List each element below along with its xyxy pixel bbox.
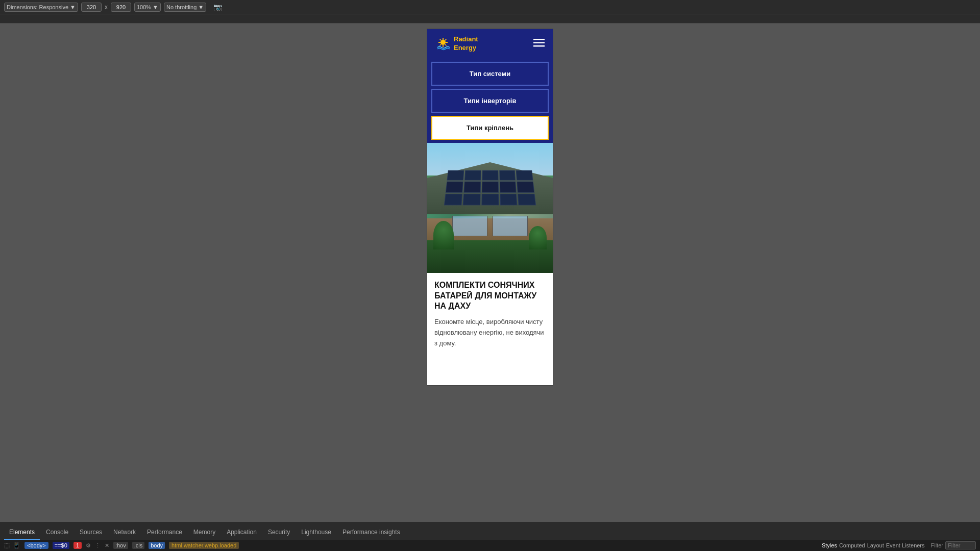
hov-button[interactable]: :hov [113,542,128,549]
devtools-toolbar: Dimensions: Responsive ▼ x 100% ▼ No thr… [0,0,980,14]
tab-console[interactable]: Console [41,525,74,540]
svg-line-8 [440,44,442,45]
logo-icon [435,36,451,52]
svg-rect-9 [533,39,545,40]
height-input[interactable] [111,3,131,12]
throttle-selector[interactable]: No throttling ▼ [164,3,206,12]
status-icons: ⬚ 📱 [4,542,20,549]
chevron-down-icon: ▼ [70,4,76,10]
throttle-chevron-icon: ▼ [198,4,204,10]
logo-area: Radiant Energy [435,35,478,53]
dollar-badge: ==$0 [53,542,69,549]
planter-right [529,226,546,249]
brand-name-line1: Radiant [454,35,478,44]
tab-memory[interactable]: Memory [188,525,220,540]
zoom-label: 100% [137,4,151,10]
svg-line-7 [445,39,447,40]
close-devtools-icon[interactable]: ✕ [105,542,109,549]
logo-text: Radiant Energy [454,35,478,53]
computed-tab[interactable]: Computed [839,542,865,548]
svg-line-6 [445,44,447,45]
device-icon[interactable]: 📱 [13,542,20,549]
tab-performance-insights[interactable]: Performance insights [337,525,405,540]
devtools-status-bar: ⬚ 📱 <body> ==$0 1 ⚙ ⋮ ✕ :hov .cls body h… [0,540,980,551]
settings-icon[interactable]: ⚙ [86,542,91,549]
throttle-label: No throttling [166,4,197,10]
tab-application[interactable]: Application [222,525,262,540]
tab-security[interactable]: Security [263,525,295,540]
event-listeners-tab[interactable]: Event Listeners [886,542,925,548]
selector-badge[interactable]: <body> [24,542,48,549]
zoom-selector[interactable]: 100% ▼ [134,3,161,12]
solar-panel-grid [444,170,536,206]
nav-btn-inverter-types[interactable]: Типи інверторів [431,89,549,113]
capture-screenshot-icon[interactable]: 📷 [213,3,222,11]
brand-name-line2: Energy [454,44,478,53]
content-section: КОМПЛЕКТИ СОНЯЧНИХ БАТАРЕЙ ДЛЯ МОНТАЖУ Н… [427,273,553,349]
styles-tab[interactable]: Styles [822,542,837,548]
x-separator: x [105,4,108,11]
devtools-tabs: Elements Console Sources Network Perform… [0,521,980,540]
svg-point-0 [440,40,446,45]
svg-rect-11 [533,45,545,47]
dimension-selector-label: Dimensions: Responsive [7,4,68,10]
filter-label: Filter [931,542,943,548]
watcher-badge: html.watcher.webp.loaded [169,542,239,549]
filter-input[interactable] [945,541,976,549]
inspect-icon[interactable]: ⬚ [4,542,10,549]
body-tag-badge[interactable]: body [149,542,165,549]
tab-lighthouse[interactable]: Lighthouse [296,525,336,540]
dimension-selector[interactable]: Dimensions: Responsive ▼ [4,3,78,12]
svg-line-5 [440,39,442,40]
filter-area: Styles Computed Layout Event Listeners F… [822,541,976,549]
tab-network[interactable]: Network [108,525,141,540]
tab-performance[interactable]: Performance [142,525,187,540]
hamburger-button[interactable] [533,38,545,49]
width-input[interactable] [81,3,102,12]
zoom-chevron-icon: ▼ [153,4,158,10]
more-options-icon[interactable]: ⋮ [95,542,101,549]
content-desc: Економте місце, виробляючи чисту відновл… [434,317,546,348]
tab-sources[interactable]: Sources [75,525,107,540]
hero-image [427,143,553,273]
house-window-left [452,216,487,237]
toolbar-left: Dimensions: Responsive ▼ x 100% ▼ No thr… [4,3,222,12]
tab-elements[interactable]: Elements [4,525,40,540]
planter-left [433,221,453,249]
hamburger-icon [533,39,545,47]
error-count-badge[interactable]: 1 [74,542,82,549]
svg-rect-10 [533,42,545,44]
nav-buttons: Тип системи Типи інверторів Типи кріплен… [427,59,553,143]
content-title: КОМПЛЕКТИ СОНЯЧНИХ БАТАРЕЙ ДЛЯ МОНТАЖУ Н… [434,280,546,312]
main-area: Radiant Energy Тип системи Типи інвертор… [0,23,980,521]
house-window-right [493,216,528,237]
site-header: Radiant Energy [427,29,553,59]
devtools-panel: Elements Console Sources Network Perform… [0,521,980,551]
nav-btn-system-type[interactable]: Тип системи [431,62,549,86]
ruler [0,14,980,23]
cls-button[interactable]: .cls [132,542,145,549]
mobile-viewport: Radiant Energy Тип системи Типи інвертор… [427,29,553,386]
nav-btn-mounting-types[interactable]: Типи кріплень [431,116,549,140]
layout-tab[interactable]: Layout [867,542,884,548]
